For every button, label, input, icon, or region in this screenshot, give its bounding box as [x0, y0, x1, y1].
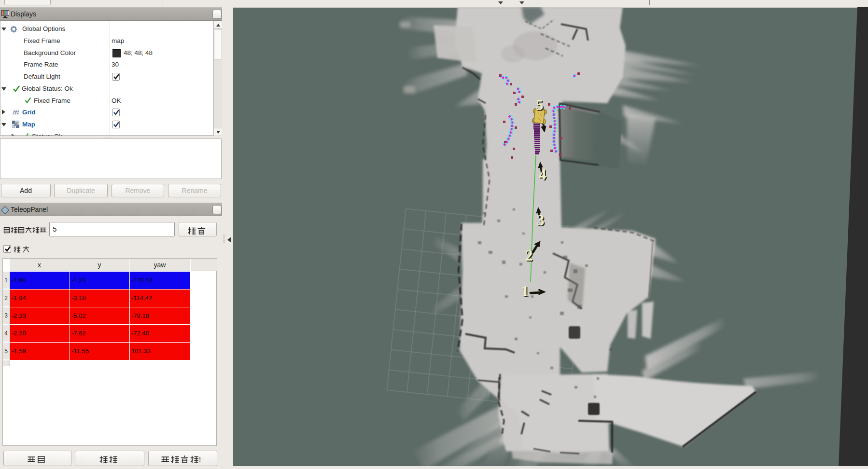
svg-text:2: 2	[525, 247, 533, 264]
svg-text:4: 4	[539, 166, 546, 183]
svg-text:5: 5	[536, 97, 544, 113]
svg-text:3: 3	[537, 212, 545, 229]
svg-text:!: !	[198, 455, 200, 463]
svg-text:1: 1	[521, 283, 529, 300]
